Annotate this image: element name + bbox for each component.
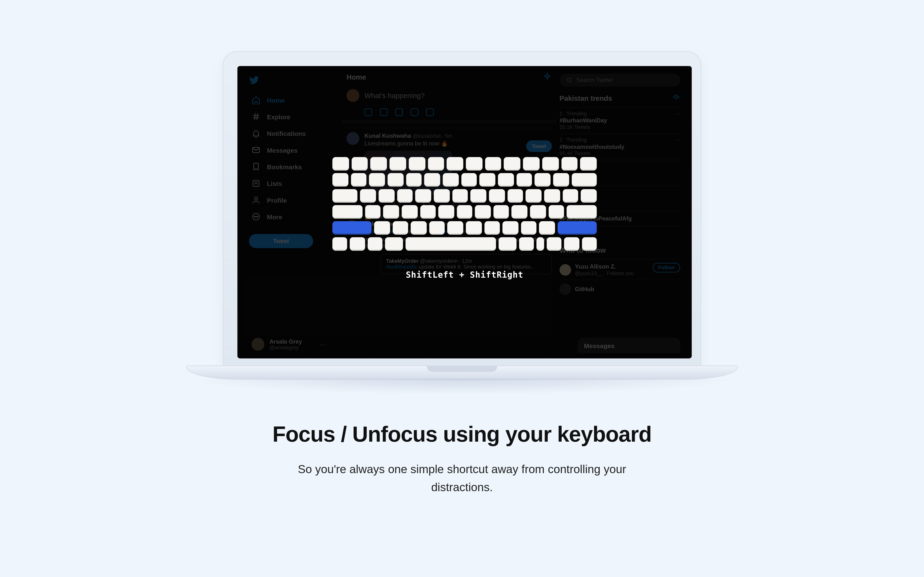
keyboard-key — [530, 205, 546, 218]
keyboard-key — [351, 173, 367, 186]
keyboard-key — [507, 189, 523, 202]
keyboard-key — [480, 173, 496, 186]
keyboard-key — [536, 237, 544, 250]
caption-body: So you're always one simple shortcut awa… — [270, 461, 654, 497]
keyboard-graphic — [332, 157, 597, 250]
keyboard-key — [383, 205, 399, 218]
keyboard-key — [548, 205, 564, 218]
keyboard-key — [388, 173, 404, 186]
keyboard-key — [581, 189, 597, 202]
keyboard-key — [557, 221, 597, 234]
keyboard-key — [332, 189, 357, 202]
caption-block: Focus / Unfocus using your keyboard So y… — [0, 422, 924, 497]
keyboard-key — [466, 221, 481, 234]
keyboard-key — [389, 157, 406, 170]
keyboard-key — [502, 221, 518, 234]
keyboard-key — [332, 221, 372, 234]
keyboard-key — [406, 173, 422, 186]
keyboard-key — [420, 205, 436, 218]
keyboard-key — [561, 157, 578, 170]
keyboard-key — [504, 157, 521, 170]
keyboard-key — [580, 157, 597, 170]
laptop-screen: Home Explore Notifications Messages Book… — [237, 66, 692, 358]
keyboard-key — [526, 189, 542, 202]
keyboard-key — [539, 221, 555, 234]
laptop-mockup: Home Explore Notifications Messages Book… — [223, 51, 701, 379]
keyboard-key — [406, 237, 496, 250]
keyboard-key — [402, 205, 417, 218]
keyboard-key — [393, 221, 408, 234]
keyboard-key — [485, 157, 501, 170]
keyboard-key — [553, 173, 569, 186]
keyboard-key — [375, 221, 390, 234]
shortcut-overlay: ShiftLeft + ShiftRight — [237, 66, 692, 358]
keyboard-key — [461, 173, 477, 186]
keyboard-key — [332, 157, 349, 170]
keyboard-key — [572, 173, 597, 186]
keyboard-key — [365, 205, 381, 218]
keyboard-key — [452, 189, 468, 202]
keyboard-key — [567, 205, 597, 218]
keyboard-key — [582, 237, 597, 250]
keyboard-key — [409, 157, 425, 170]
keyboard-key — [360, 189, 376, 202]
keyboard-key — [429, 221, 445, 234]
keyboard-key — [369, 173, 385, 186]
keyboard-key — [544, 189, 560, 202]
keyboard-key — [438, 205, 454, 218]
laptop-bezel: Home Explore Notifications Messages Book… — [223, 51, 701, 367]
keyboard-key — [411, 221, 426, 234]
keyboard-key — [519, 237, 534, 250]
keyboard-key — [493, 205, 509, 218]
keyboard-key — [332, 205, 362, 218]
keyboard-key — [535, 173, 551, 186]
keyboard-key — [546, 237, 561, 250]
keyboard-key — [457, 205, 473, 218]
keyboard-key — [379, 189, 395, 202]
keyboard-key — [471, 189, 486, 202]
keyboard-key — [475, 205, 491, 218]
keyboard-key — [367, 237, 382, 250]
keyboard-key — [542, 157, 559, 170]
keyboard-key — [415, 189, 431, 202]
keyboard-key — [371, 157, 387, 170]
keyboard-key — [484, 221, 500, 234]
keyboard-key — [443, 173, 459, 186]
keyboard-key — [428, 157, 444, 170]
keyboard-key — [332, 173, 348, 186]
keyboard-key — [434, 189, 450, 202]
keyboard-key — [397, 189, 413, 202]
keyboard-key — [564, 237, 579, 250]
keyboard-key — [523, 157, 540, 170]
keyboard-key — [424, 173, 440, 186]
keyboard-key — [332, 237, 347, 250]
shortcut-label: ShiftLeft + ShiftRight — [406, 269, 523, 279]
keyboard-key — [521, 221, 536, 234]
laptop-notch — [426, 366, 497, 372]
keyboard-key — [562, 189, 578, 202]
keyboard-key — [498, 237, 516, 250]
keyboard-key — [466, 157, 483, 170]
caption-title: Focus / Unfocus using your keyboard — [0, 422, 924, 447]
keyboard-key — [516, 173, 532, 186]
laptop-base — [186, 366, 738, 380]
keyboard-key — [489, 189, 505, 202]
keyboard-key — [447, 157, 464, 170]
keyboard-key — [447, 221, 463, 234]
keyboard-key — [352, 157, 368, 170]
keyboard-key — [350, 237, 365, 250]
keyboard-key — [512, 205, 528, 218]
keyboard-key — [498, 173, 514, 186]
keyboard-key — [385, 237, 403, 250]
